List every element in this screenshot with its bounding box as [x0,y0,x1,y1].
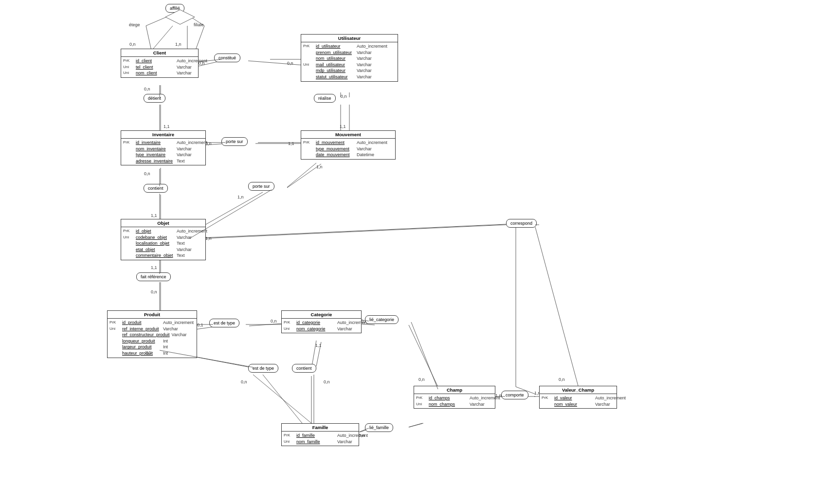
relation-contient-2: contient [292,364,316,373]
card-produit-bottom: 1,1 [145,350,151,355]
svg-line-31 [409,423,423,427]
svg-line-21 [263,375,304,426]
svg-line-34 [153,26,173,49]
entity-inventaire: Inventaire PrKid_inventaireAuto_incremen… [121,130,206,165]
entity-mouvement: Mouvement PrKid_mouvementAuto_increment … [301,130,396,160]
entity-champ-title: Champ [414,386,495,394]
entity-produit-title: Produit [108,311,197,319]
card-faitref-bottom: 0,n [151,289,157,294]
diagram: affilié étege filiale 0,n 1,n Client PrK… [0,0,835,504]
entity-inventaire-title: Inventaire [121,131,205,139]
card-produit-right: 0,1 [197,323,203,327]
svg-line-64 [206,225,506,238]
svg-line-19 [249,324,282,326]
card-mouv-bottom: 1,n [316,164,323,169]
entity-utilisateur: Utilisateur PrKid_utilisateurAuto_increm… [301,34,398,82]
card-famille-right: 0,n [359,433,365,438]
relation-porte-sur-1: porte sur [221,137,248,146]
card-esttype2-left: 0,n [241,379,247,384]
entity-utilisateur-title: Utilisateur [301,35,398,42]
card-client-top-right: 1,n [175,42,182,47]
card-valchamp-top: 0,n [559,377,565,382]
card-objet-right: 1,n [205,236,212,241]
card-mouv-top: 1,1 [340,124,346,129]
relation-est-de-type-2: est de type [248,364,278,373]
label-filiale: filiale [194,22,204,27]
relation-fait-reference: fait référence [136,272,171,281]
entity-famille-title: Famille [282,424,359,432]
entity-valeur-champ-title: Valeur_Champ [540,386,617,394]
card-mouv-left: 1,1 [288,141,294,146]
entity-client-title: Client [121,49,198,57]
relation-est-de-type-1: est de type [209,319,239,327]
card-esttype1-right: 0,n [271,319,277,324]
card-contient2-right: 0,n [324,379,330,384]
entity-valeur-champ: Valeur_Champ PrKid_valeurAuto_increment … [539,386,617,409]
card-champ-right: 1,n [495,393,502,398]
relation-realise: réalise [314,94,336,103]
svg-line-59 [409,423,422,427]
relation-porte-sur-2: porte sur [248,182,274,191]
card-client-top-left: 0,n [129,42,136,47]
entity-client: Client PrKid_clientAuto_increment Unitel… [121,49,199,78]
card-cat-bottom: 1,1 [315,343,322,348]
card-inv-top: 1,1 [163,124,170,129]
svg-line-14 [287,163,316,187]
relation-detient: détient [144,94,165,103]
card-porte2-right: 1,n [237,195,244,199]
label-etege: étege [129,22,140,27]
entity-objet: Objet PrKid_objetAuto_increment Unicodeb… [121,219,206,260]
relation-constitue: constitué [214,54,240,62]
svg-line-53 [253,375,311,423]
card-inv-right: 0,n [205,141,212,146]
entity-mouvement-title: Mouvement [301,131,395,139]
relation-comporte: comporte [501,391,528,399]
relation-affilie: affilié [165,4,184,13]
entity-objet-title: Objet [121,219,205,227]
card-inv-bottom: 0,n [144,171,150,176]
card-utilisateur-left: 0,n [287,61,293,66]
card-utilisateur-bottom: 0,n [341,94,347,99]
entity-categorie-title: Categorie [282,311,361,319]
svg-line-32 [190,224,516,238]
card-objet-bottom: 1,1 [151,265,157,270]
relation-contient-1: contient [144,184,168,193]
svg-line-62 [535,227,578,386]
entity-famille: Famille PrKid_familleAuto_increment Unin… [281,423,359,446]
card-client-right: 0,n [199,61,205,66]
svg-line-0 [146,11,181,26]
card-liecategorie-bottom: 0,n [418,377,425,382]
entity-produit: Produit PrKid_produitAuto_increment Unir… [107,310,197,358]
entity-champ: Champ PrKid_champsAuto_increment Uninom_… [414,386,495,409]
relation-lie-categorie: lié_categorie [365,315,399,324]
card-objet-top: 1,1 [151,213,157,218]
card-client-bottom: 0,n [144,87,150,91]
relation-correspond: correspond [506,219,537,228]
relation-lie-famille: lié_famille [365,423,393,432]
entity-categorie: Categorie PrKid_categorieAuto_increment … [281,310,362,333]
